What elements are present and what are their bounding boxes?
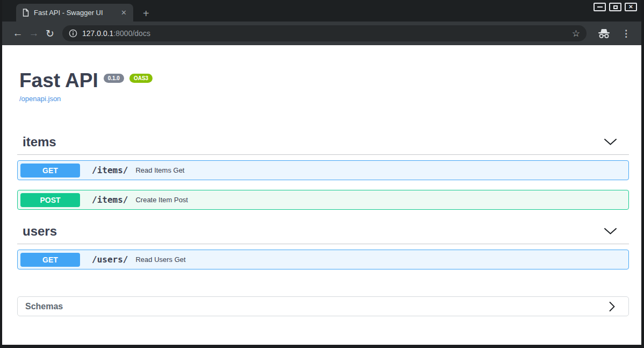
method-button[interactable]: GET — [20, 164, 80, 177]
section-users-header[interactable]: users — [17, 224, 629, 244]
page-favicon-icon — [23, 9, 29, 17]
minimize-button[interactable] — [594, 3, 606, 11]
reload-icon[interactable]: ↻ — [42, 27, 58, 40]
url-path: :8000/docs — [113, 29, 150, 38]
minimize-icon — [597, 6, 603, 8]
openapi-spec-link[interactable]: /openapi.json — [19, 95, 61, 103]
section-title: items — [23, 134, 56, 150]
incognito-icon — [597, 29, 611, 39]
bookmark-star-icon[interactable]: ☆ — [572, 28, 580, 39]
window-controls: ✕ — [594, 3, 637, 11]
section-items: items GET /items/ Read Items Get POST /i… — [17, 134, 629, 210]
method-button[interactable]: GET — [20, 253, 80, 267]
operation-summary: Read Items Get — [135, 166, 184, 174]
schemas-section[interactable]: Schemas — [17, 296, 629, 316]
info-icon[interactable] — [69, 29, 77, 38]
chevron-right-icon[interactable] — [609, 301, 616, 312]
tab-title: Fast API - Swagger UI — [34, 9, 115, 17]
menu-kebab-icon[interactable]: ⋮ — [621, 28, 631, 39]
section-title: users — [23, 224, 57, 239]
toolbar-right: ⋮ — [597, 28, 631, 39]
version-badge: 0.1.0 — [104, 74, 124, 83]
operation-path: /users/ — [92, 254, 128, 265]
maximize-button[interactable] — [609, 3, 621, 11]
new-tab-button[interactable]: + — [143, 8, 149, 19]
operation-path: /items/ — [92, 195, 128, 205]
browser-window: Fast API - Swagger UI ✕ + ✕ ← → ↻ 127.0.… — [0, 0, 644, 348]
swagger-page: Fast API 0.1.0 OAS3 /openapi.json items … — [2, 45, 641, 345]
operation-get-users[interactable]: GET /users/ Read Users Get — [17, 250, 629, 269]
url-host: 127.0.0.1 — [82, 29, 113, 38]
browser-tab[interactable]: Fast API - Swagger UI ✕ — [16, 4, 133, 22]
maximize-icon — [613, 5, 618, 9]
titlebar: Fast API - Swagger UI ✕ + ✕ — [2, 0, 641, 22]
api-header: Fast API 0.1.0 OAS3 — [17, 71, 629, 90]
operation-path: /items/ — [92, 165, 128, 175]
method-button[interactable]: POST — [20, 193, 80, 207]
tab-close-icon[interactable]: ✕ — [120, 9, 128, 17]
close-icon: ✕ — [628, 4, 633, 10]
chevron-down-icon[interactable] — [604, 228, 617, 235]
operation-summary: Read Users Get — [135, 255, 185, 264]
section-users: users GET /users/ Read Users Get — [17, 224, 629, 269]
oas3-badge: OAS3 — [129, 74, 153, 83]
address-bar[interactable]: 127.0.0.1:8000/docs ☆ — [62, 25, 587, 41]
section-items-header[interactable]: items — [17, 134, 629, 155]
page-title: Fast API — [19, 71, 98, 90]
url-text: 127.0.0.1:8000/docs — [82, 29, 150, 38]
close-button[interactable]: ✕ — [625, 3, 637, 11]
back-icon[interactable]: ← — [10, 27, 26, 39]
browser-toolbar: ← → ↻ 127.0.0.1:8000/docs ☆ ⋮ — [2, 22, 641, 45]
operation-get-items[interactable]: GET /items/ Read Items Get — [17, 160, 629, 180]
operation-summary: Create Item Post — [135, 196, 188, 204]
operation-post-items[interactable]: POST /items/ Create Item Post — [17, 190, 629, 210]
forward-icon[interactable]: → — [26, 27, 42, 39]
chevron-down-icon[interactable] — [604, 138, 617, 146]
schemas-label: Schemas — [25, 302, 63, 311]
